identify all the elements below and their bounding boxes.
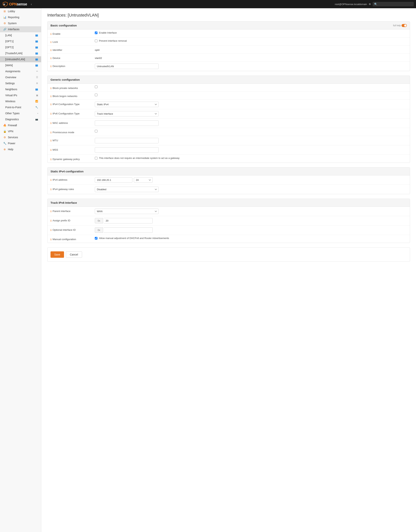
enable-label: ℹ Enable — [50, 31, 92, 36]
interfaces-icon: 🔗 — [3, 28, 6, 31]
sidebar-item-untrustedvlan[interactable]: [UntrustedVLAN] 👥 — [0, 56, 41, 62]
sidebar-label: Services — [8, 136, 38, 139]
ipv4-address-label: ℹ IPv4 address — [50, 177, 92, 181]
mss-row: ℹ MSS — [48, 145, 410, 155]
sidebar-item-vpn[interactable]: 🔒 VPN — [0, 128, 41, 134]
assign-prefix-input[interactable] — [104, 218, 153, 223]
sidebar-item-interfaces[interactable]: 🔗 Interfaces — [0, 26, 41, 32]
description-row: ℹ Description — [48, 62, 410, 71]
full-help-toggle[interactable] — [402, 24, 407, 27]
sidebar-item-other-types[interactable]: Other Types ▪ — [0, 110, 41, 116]
sidebar-item-neighbors[interactable]: Neighbors 👥 — [0, 86, 41, 92]
device-row: ℹ Device vlan02 — [48, 54, 410, 62]
search-input[interactable] — [378, 3, 412, 6]
network-icon: 👥 — [35, 34, 38, 37]
sidebar-item-reporting[interactable]: 📊 Reporting — [0, 14, 41, 20]
manual-config-checkbox-label: Allow manual adjustment of DHCPv6 and Ro… — [99, 237, 169, 239]
ipv4-config-control: None Static IPv4 DHCP PPPoE — [95, 102, 407, 107]
mss-input[interactable] — [95, 147, 159, 153]
mtu-input[interactable] — [95, 138, 159, 143]
info-icon: ℹ — [50, 149, 51, 151]
logo: ⊞ OPNsense — [2, 1, 27, 7]
edit-icon: ✏ — [36, 70, 38, 73]
sidebar-item-opt1[interactable]: [OPT1] 👥 — [0, 38, 41, 44]
info-icon: ℹ — [50, 158, 51, 161]
mac-input[interactable] — [95, 120, 159, 126]
sidebar-item-settings[interactable]: Settings ⚙ — [0, 80, 41, 86]
ipv6-config-select[interactable]: None Static IPv6 DHCPv6 SLAAC Track Inte… — [95, 111, 159, 116]
manual-config-control: Allow manual adjustment of DHCPv6 and Ro… — [95, 237, 407, 239]
sidebar-item-overview[interactable]: Overview ☰ — [0, 74, 41, 80]
promiscuous-label: ℹ Promiscuous mode — [50, 130, 92, 134]
topnav-right: root@OPNsense.localdomain 🔍 — [335, 2, 414, 6]
ipv4-gateway-select[interactable]: Disabled Auto-detect Custom — [95, 187, 159, 192]
info-icon: ℹ — [50, 238, 51, 241]
static-ipv4-card: Static IPv4 configuration ℹ IPv4 address… — [47, 167, 410, 194]
optional-id-input[interactable] — [104, 227, 153, 233]
sidebar-item-lan[interactable]: [LAN] 👥 — [0, 32, 41, 38]
ipv6-config-control: None Static IPv6 DHCPv6 SLAAC Track Inte… — [95, 111, 407, 116]
sidebar-item-diagnostics[interactable]: Diagnostics 📷 — [0, 116, 41, 122]
description-input[interactable] — [95, 64, 159, 69]
lock-checkbox[interactable] — [95, 39, 97, 42]
mss-label: ℹ MSS — [50, 147, 92, 151]
sidebar-label: Interfaces — [8, 28, 38, 31]
nav-collapse-button[interactable]: ‹ — [29, 2, 33, 6]
sidebar-item-firewall[interactable]: 🔥 Firewall — [0, 122, 41, 128]
generic-config-header: Generic configuration — [48, 76, 410, 84]
basic-config-card: Basic configuration full help ℹ Enable E… — [47, 21, 410, 71]
sidebar-item-point-to-point[interactable]: Point-to-Point 🔧 — [0, 104, 41, 110]
sidebar-item-virtual-ips[interactable]: Virtual IPs ▣ — [0, 92, 41, 98]
ipv4-config-select[interactable]: None Static IPv4 DHCP PPPoE — [95, 102, 159, 107]
block-private-row: ℹ Block private networks — [48, 84, 410, 92]
promiscuous-checkbox[interactable] — [95, 130, 97, 133]
sidebar-item-power[interactable]: 🔧 Power — [0, 140, 41, 146]
sidebar-item-services[interactable]: ⚙ Services — [0, 134, 41, 140]
sidebar-label: Assignments — [5, 70, 35, 73]
vpn-icon: 🔒 — [3, 130, 6, 133]
info-icon: ℹ — [50, 112, 51, 115]
sidebar-item-wan[interactable]: [WAN] 👥 — [0, 62, 41, 68]
sidebar-item-assignments[interactable]: Assignments ✏ — [0, 68, 41, 74]
sidebar-label: VPN — [8, 130, 38, 133]
page-title: Interfaces: [UntrustedVLAN] — [47, 13, 410, 18]
network-icon: 👥 — [35, 58, 38, 61]
dynamic-gw-checkbox[interactable] — [95, 157, 97, 160]
optional-id-label: ℹ Optional interface ID — [50, 227, 92, 231]
enable-checkbox[interactable] — [95, 31, 97, 34]
diagnostics-icon: 📷 — [35, 118, 38, 121]
ipv4-address-control: 8 16 24 25 26 27 28 29 30 32 — [95, 177, 407, 183]
ipv4-address-input[interactable] — [95, 177, 132, 183]
sidebar-item-system[interactable]: ⚙ System — [0, 20, 41, 26]
save-button[interactable]: Save — [50, 251, 64, 258]
info-icon: ℹ — [50, 229, 51, 231]
mac-row: ℹ MAC address — [48, 119, 410, 128]
device-label: ℹ Device — [50, 56, 92, 60]
info-icon: ℹ — [50, 139, 51, 142]
manual-config-checkbox[interactable] — [95, 237, 97, 239]
track-ipv6-card: Track IPv6 Interface ℹ Parent interface … — [47, 199, 410, 243]
info-icon: ℹ — [50, 210, 51, 213]
parent-interface-select[interactable]: WAN LAN OPT1 — [95, 209, 159, 214]
block-private-checkbox[interactable] — [95, 86, 97, 88]
sidebar-item-opt2[interactable]: [OPT2] 👥 — [0, 44, 41, 50]
assign-prefix-label: ℹ Assign prefix ID — [50, 218, 92, 222]
sidebar-item-trustedvlan[interactable]: [TrustedVLAN] 👥 — [0, 50, 41, 56]
identifier-label: ℹ Identifier — [50, 48, 92, 52]
block-bogon-control — [95, 94, 407, 96]
generic-config-title: Generic configuration — [50, 78, 80, 81]
cidr-select[interactable]: 8 16 24 25 26 27 28 29 30 32 — [134, 177, 153, 183]
full-help: full help — [393, 24, 407, 27]
sidebar-item-help[interactable]: ⊕ Help — [0, 146, 41, 152]
info-icon: ℹ — [50, 188, 51, 191]
sidebar-item-wireless[interactable]: Wireless 📶 — [0, 98, 41, 104]
basic-config-header: Basic configuration full help — [48, 22, 410, 29]
search-box[interactable]: 🔍 — [373, 2, 414, 6]
ipv6-config-label: ℹ IPv6 Configuration Type — [50, 111, 92, 115]
cancel-button[interactable]: Cancel — [66, 251, 82, 258]
block-bogon-checkbox[interactable] — [95, 94, 97, 96]
power-icon: 🔧 — [3, 142, 6, 145]
sidebar-item-lobby[interactable]: ⊞ Lobby — [0, 8, 41, 14]
info-icon: ℹ — [50, 103, 51, 106]
logo-icon: ⊞ — [2, 1, 8, 7]
